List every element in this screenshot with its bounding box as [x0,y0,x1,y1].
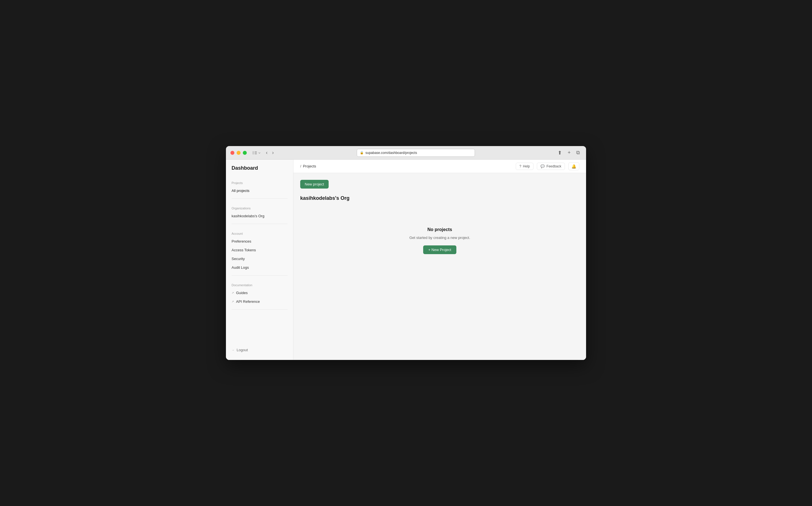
bell-icon: 🔔 [571,164,576,169]
maximize-button[interactable] [243,151,247,155]
sidebar-item-access-tokens[interactable]: Access Tokens [226,246,293,254]
sidebar-logo: Dashboard [226,165,293,177]
breadcrumb-current: Projects [303,164,316,168]
new-tab-button[interactable]: + [566,149,572,157]
svg-rect-0 [252,151,254,155]
sidebar-item-guides[interactable]: ↗ Guides [226,288,293,297]
sidebar-item-logout[interactable]: → Logout [226,346,293,354]
sidebar: Dashboard Projects All projects Organiza… [226,160,293,360]
sidebar-toggle-icon [252,151,257,155]
empty-state: No projects Get started by creating a ne… [300,210,579,271]
app-content: Dashboard Projects All projects Organiza… [226,160,586,360]
toolbar-right: ⬆ + ⧉ [556,149,581,157]
tabs-button[interactable]: ⧉ [574,149,581,157]
sidebar-item-audit-logs[interactable]: Audit Logs [226,263,293,272]
sidebar-toggle[interactable] [252,151,261,155]
sidebar-item-org[interactable]: kasihkodelabs's Org [226,212,293,220]
sidebar-section-account: Account [226,227,293,237]
lock-icon: 🔒 [360,151,364,155]
sidebar-section-projects: Projects [226,177,293,186]
minimize-button[interactable] [237,151,241,155]
notifications-button[interactable]: 🔔 [568,162,579,170]
main-body: New project kasihkodelabs's Org No proje… [293,173,586,360]
title-bar: ‹ › 🔒 supabase.com/dashboard/projects ⬆ … [226,146,586,160]
feedback-button[interactable]: 💬 Feedback [537,163,565,170]
empty-new-project-button[interactable]: + New Project [423,245,456,254]
address-bar: 🔒 supabase.com/dashboard/projects [279,149,553,157]
ext-link-icon-api: ↗ [232,300,234,303]
forward-button[interactable]: › [270,149,275,157]
help-button[interactable]: ? Help [516,163,533,170]
traffic-lights [231,151,247,155]
breadcrumb-separator: / [300,164,301,168]
sidebar-section-documentation: Documentation [226,279,293,288]
back-button[interactable]: ‹ [264,149,269,157]
new-project-button[interactable]: New project [300,180,329,188]
url-text: supabase.com/dashboard/projects [365,151,417,155]
svg-rect-3 [255,154,257,154]
divider-4 [232,309,287,310]
sidebar-item-preferences[interactable]: Preferences [226,237,293,246]
header-actions: ? Help 💬 Feedback 🔔 [516,162,579,170]
sidebar-item-security[interactable]: Security [226,254,293,263]
browser-window: ‹ › 🔒 supabase.com/dashboard/projects ⬆ … [226,146,586,360]
org-title: kasihkodelabs's Org [300,195,579,201]
divider-3 [232,275,287,275]
empty-state-title: No projects [427,227,452,232]
svg-rect-2 [255,153,257,153]
ext-link-icon-guides: ↗ [232,291,234,294]
svg-rect-1 [255,151,257,152]
help-icon: ? [519,164,521,168]
breadcrumb: / Projects [300,164,316,168]
logout-icon: → [232,348,235,351]
empty-state-description: Get started by creating a new project. [410,236,470,240]
share-button[interactable]: ⬆ [556,149,563,157]
main-content: / Projects ? Help 💬 Feedback 🔔 [293,160,586,360]
chevron-down-icon [258,151,261,154]
main-header: / Projects ? Help 💬 Feedback 🔔 [293,160,586,173]
url-bar[interactable]: 🔒 supabase.com/dashboard/projects [357,149,475,157]
sidebar-item-api-reference[interactable]: ↗ API Reference [226,297,293,306]
divider-1 [232,198,287,199]
sidebar-item-all-projects[interactable]: All projects [226,186,293,195]
sidebar-section-organizations: Organizations [226,202,293,212]
nav-buttons: ‹ › [264,149,275,157]
close-button[interactable] [231,151,235,155]
feedback-icon: 💬 [540,164,545,168]
